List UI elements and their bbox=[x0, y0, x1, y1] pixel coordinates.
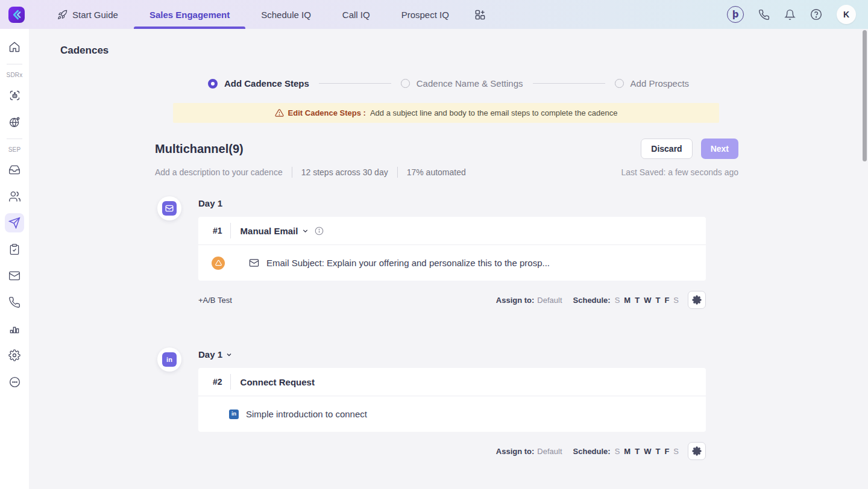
day-tue: T bbox=[635, 296, 640, 305]
day-text: Day 1 bbox=[198, 198, 222, 208]
day-fri: F bbox=[664, 447, 669, 456]
cadence-meta-row: Add a description to your cadence 12 ste… bbox=[155, 167, 738, 178]
stepper-step-add-prospects[interactable]: Add Prospects bbox=[615, 78, 690, 89]
cadence-step-section-1: Day 1 #1 Manual Email bbox=[155, 196, 738, 309]
sidebar-item-cadences[interactable] bbox=[5, 213, 24, 232]
sidebar-item-web-agent[interactable] bbox=[5, 112, 24, 131]
user-avatar[interactable]: K bbox=[837, 5, 856, 24]
assign-to-value[interactable]: Default bbox=[537, 447, 562, 456]
nav-right-actions: þ K bbox=[727, 0, 856, 29]
b-product-icon[interactable]: þ bbox=[727, 6, 744, 23]
ab-test-link[interactable]: +A/B Test bbox=[198, 296, 232, 305]
sidebar-item-calls[interactable] bbox=[5, 293, 24, 312]
left-sidebar: SDRx SEP bbox=[0, 29, 29, 489]
b-glyph: þ bbox=[732, 9, 739, 20]
home-icon bbox=[8, 41, 20, 53]
tab-start-guide[interactable]: Start Guide bbox=[42, 0, 134, 29]
sidebar-item-prospects[interactable] bbox=[5, 187, 24, 206]
linkedin-step-text: Simple introduction to connect bbox=[246, 409, 367, 419]
chevron-down-icon bbox=[225, 351, 233, 358]
tab-prospect-iq[interactable]: Prospect IQ bbox=[386, 0, 465, 29]
vertical-scrollbar[interactable] bbox=[863, 30, 867, 161]
page-title: Cadences bbox=[60, 45, 868, 57]
day-thu: T bbox=[655, 447, 660, 456]
assign-to-value[interactable]: Default bbox=[537, 296, 562, 305]
day-tue: T bbox=[635, 447, 640, 456]
stepper-connector bbox=[533, 83, 605, 84]
step-settings-button[interactable] bbox=[688, 291, 706, 309]
step-card-header: #2 Connect Request bbox=[198, 368, 706, 396]
step-settings-button[interactable] bbox=[688, 442, 706, 460]
tab-label: Call IQ bbox=[342, 10, 370, 20]
day-wed: W bbox=[644, 447, 651, 456]
day-sat: S bbox=[673, 296, 679, 305]
clipboard-check-icon bbox=[8, 243, 20, 255]
inbox-icon bbox=[8, 164, 20, 176]
sidebar-item-sdr-bot[interactable] bbox=[5, 86, 24, 105]
stepper-step-cadence-name-settings[interactable]: Cadence Name & Settings bbox=[401, 78, 523, 89]
tab-call-iq[interactable]: Call IQ bbox=[327, 0, 386, 29]
day-mon: M bbox=[624, 296, 631, 305]
description-placeholder[interactable]: Add a description to your cadence bbox=[155, 167, 283, 177]
sidebar-group-sdrx: SDRx bbox=[7, 72, 23, 78]
step-type-dropdown[interactable]: Manual Email bbox=[241, 226, 310, 236]
linkedin-small-icon: in bbox=[229, 410, 239, 419]
apps-grid-button[interactable] bbox=[474, 9, 486, 20]
step-label: Add Prospects bbox=[631, 78, 690, 89]
klenty-logo[interactable] bbox=[8, 7, 25, 23]
sidebar-item-settings[interactable] bbox=[5, 346, 24, 365]
tab-label: Prospect IQ bbox=[401, 10, 449, 20]
stepper-step-add-cadence-steps[interactable]: Add Cadence Steps bbox=[208, 78, 309, 89]
incomplete-warning-badge bbox=[212, 257, 225, 270]
day-mon: M bbox=[624, 447, 631, 456]
info-icon[interactable] bbox=[315, 226, 324, 235]
email-step-row[interactable]: Email Subject: Explain your offering and… bbox=[198, 245, 706, 281]
avatar-initial: K bbox=[843, 10, 849, 19]
tab-schedule-iq[interactable]: Schedule IQ bbox=[245, 0, 327, 29]
day-thu: T bbox=[655, 296, 660, 305]
cadence-header: Multichannel(9) Discard Next bbox=[155, 139, 738, 159]
gear-icon bbox=[692, 295, 702, 305]
discard-button[interactable]: Discard bbox=[641, 139, 692, 159]
cadence-stepper: Add Cadence Steps Cadence Name & Setting… bbox=[29, 78, 868, 89]
warning-triangle-icon bbox=[215, 260, 222, 266]
envelope-icon bbox=[165, 204, 174, 213]
chevron-down-icon bbox=[301, 227, 309, 235]
envelope-outline-icon bbox=[249, 258, 259, 268]
sidebar-item-reports[interactable] bbox=[5, 319, 24, 338]
assign-to-label: Assign to: bbox=[496, 296, 535, 305]
linkedin-channel-badge: in bbox=[162, 352, 177, 367]
schedule-days: S M T W T F S bbox=[615, 296, 679, 305]
step-type-label: Manual Email bbox=[241, 226, 298, 236]
sidebar-item-more[interactable] bbox=[5, 372, 24, 391]
next-button[interactable]: Next bbox=[701, 139, 738, 159]
help-button[interactable] bbox=[810, 8, 822, 20]
channel-circle: in bbox=[157, 347, 181, 372]
sidebar-item-inbox[interactable] bbox=[5, 160, 24, 179]
phone-button[interactable] bbox=[758, 9, 770, 20]
main-content: Cadences Add Cadence Steps Cadence Name … bbox=[29, 29, 868, 489]
warning-triangle-icon bbox=[275, 108, 284, 117]
linkedin-step-row[interactable]: in Simple introduction to connect bbox=[198, 396, 706, 432]
phone-icon bbox=[758, 9, 770, 20]
step-type-label-wrap[interactable]: Connect Request bbox=[241, 377, 315, 387]
schedule-days: S M T W T F S bbox=[615, 447, 679, 456]
assign-schedule-group: Assign to: Default Schedule: S M T W T F… bbox=[496, 291, 706, 309]
assign-to-label: Assign to: bbox=[496, 447, 535, 456]
tab-label: Schedule IQ bbox=[261, 10, 311, 20]
sidebar-item-emails[interactable] bbox=[5, 266, 24, 285]
tab-sales-engagement[interactable]: Sales Engagement bbox=[134, 0, 245, 29]
phone-icon bbox=[8, 296, 20, 308]
day-label[interactable]: Day 1 bbox=[198, 349, 738, 360]
sidebar-item-tasks[interactable] bbox=[5, 240, 24, 259]
sidebar-item-home[interactable] bbox=[5, 37, 24, 57]
sidebar-group-sep: SEP bbox=[8, 146, 21, 153]
step-card-2: #2 Connect Request in Simple introductio… bbox=[198, 368, 706, 432]
step-label: Add Cadence Steps bbox=[224, 78, 309, 89]
mail-icon bbox=[8, 270, 20, 282]
notifications-button[interactable] bbox=[784, 9, 796, 20]
step-card-1: #1 Manual Email bbox=[198, 217, 706, 281]
cadence-step-section-2: in Day 1 #2 Connect Request bbox=[155, 347, 738, 460]
header-divider bbox=[230, 223, 231, 238]
meta-divider bbox=[292, 167, 292, 178]
